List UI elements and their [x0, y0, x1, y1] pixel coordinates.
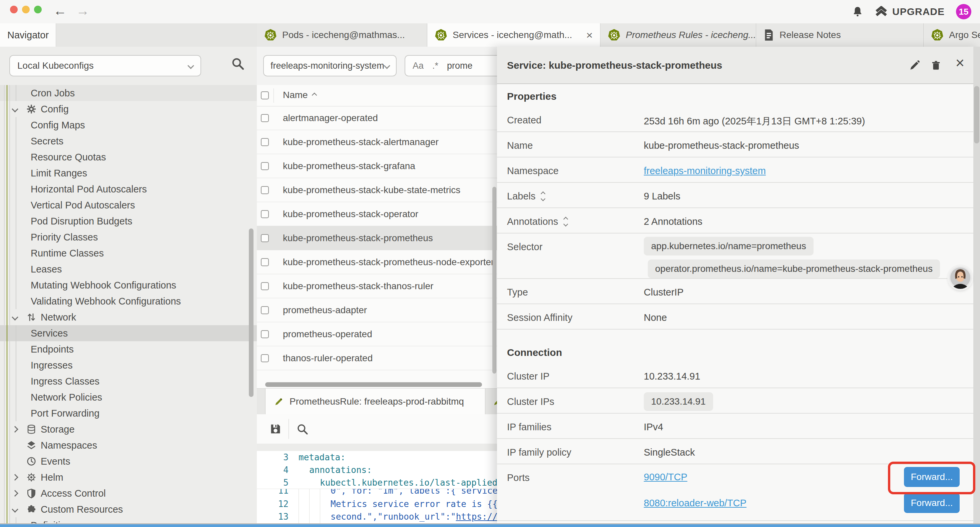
table-row-kube-prometheus-stack-operator[interactable]: kube-prometheus-stack-operator — [257, 202, 497, 226]
row-checkbox[interactable] — [261, 162, 269, 170]
k8s-icon — [434, 29, 447, 41]
save-icon[interactable] — [269, 422, 282, 436]
kubeconfig-select[interactable]: Local Kubeconfigs — [10, 55, 201, 76]
traffic-zoom-icon[interactable] — [34, 6, 42, 13]
sidebar-item-resource-quotas[interactable]: Resource Quotas — [0, 149, 257, 165]
filter-input[interactable]: Aa .* prome — [405, 55, 497, 76]
trash-icon[interactable] — [929, 59, 943, 72]
row-checkbox[interactable] — [261, 138, 269, 146]
tab-services-icecheng-math[interactable]: Services - icecheng@math...× — [427, 23, 600, 47]
table-row-kube-prometheus-stack-alertmanager[interactable]: kube-prometheus-stack-alertmanager — [257, 130, 497, 154]
editor-tab-prometheusrule[interactable]: PrometheusRule: freeleaps-prod-rabbitmq — [265, 388, 485, 415]
sidebar-item-endpoints[interactable]: Endpoints — [0, 341, 257, 357]
regex-toggle[interactable]: .* — [432, 61, 438, 71]
detail-scrollbar-thumb[interactable] — [974, 86, 979, 143]
sort-toggle-icon[interactable] — [564, 218, 567, 226]
row-checkbox[interactable] — [261, 186, 269, 194]
row-checkbox[interactable] — [261, 306, 269, 314]
traffic-close-icon[interactable] — [10, 6, 18, 13]
sidebar-item-vertical-pod-autoscalers[interactable]: Vertical Pod Autoscalers — [0, 197, 257, 213]
table-row-prometheus-adapter[interactable]: prometheus-adapter — [257, 298, 497, 322]
sidebar-item-network-policies[interactable]: Network Policies — [0, 389, 257, 405]
close-icon[interactable]: × — [953, 56, 967, 69]
sidebar-item-namespaces[interactable]: Namespaces — [0, 437, 257, 453]
sidebar-item-cron-jobs[interactable]: Cron Jobs — [0, 85, 257, 101]
sidebar-item-limit-ranges[interactable]: Limit Ranges — [0, 165, 257, 181]
sidebar-item-config[interactable]: Config — [0, 101, 257, 117]
forward-arrow-icon[interactable]: → — [76, 3, 89, 19]
name-column-header[interactable]: Name — [283, 90, 316, 100]
bell-icon[interactable] — [851, 6, 864, 18]
table-row-kube-prometheus-stack-thanos-ruler[interactable]: kube-prometheus-stack-thanos-ruler — [257, 274, 497, 298]
namespace-link[interactable]: freeleaps-monitoring-system — [644, 166, 766, 176]
row-checkbox[interactable] — [261, 330, 269, 338]
sidebar-item-config-maps[interactable]: Config Maps — [0, 117, 257, 133]
port-link[interactable]: 9090/TCP — [644, 471, 687, 482]
table-row-thanos-ruler-operated[interactable]: thanos-ruler-operated — [257, 346, 497, 370]
sidebar-item-ingress-classes[interactable]: Ingress Classes — [0, 373, 257, 389]
row-checkbox[interactable] — [261, 282, 269, 290]
sidebar-item-runtime-classes[interactable]: Runtime Classes — [0, 245, 257, 261]
notification-count-badge[interactable]: 15 — [956, 4, 971, 19]
match-case-toggle[interactable]: Aa — [413, 61, 424, 71]
edit-pencil-icon[interactable] — [908, 59, 921, 72]
namespace-select[interactable]: freeleaps-monitoring-system — [263, 55, 396, 76]
select-all-checkbox[interactable] — [261, 91, 269, 99]
sidebar-item-custom-resources[interactable]: Custom Resources — [0, 502, 257, 517]
port-link[interactable]: 8080:reloader-web/TCP — [644, 498, 746, 508]
sidebar-item-ingresses[interactable]: Ingresses — [0, 357, 257, 373]
close-tab-icon[interactable]: × — [586, 30, 593, 40]
sidebar-item-helm[interactable]: Helm — [0, 469, 257, 485]
tab-prometheus-rules-icecheng[interactable]: Prometheus Rules - icecheng... — [600, 23, 756, 47]
row-checkbox[interactable] — [261, 258, 269, 266]
sidebar-item-mutating-webhook-configurations[interactable]: Mutating Webhook Configurations — [0, 277, 257, 293]
sidebar-item-port-forwarding[interactable]: Port Forwarding — [0, 405, 257, 421]
table-hscrollbar-thumb[interactable] — [265, 382, 482, 387]
tab-navigator[interactable]: Navigator — [0, 23, 56, 47]
search-icon[interactable] — [231, 57, 245, 71]
sidebar-item-horizontal-pod-autoscalers[interactable]: Horizontal Pod Autoscalers — [0, 181, 257, 197]
indent-guide — [4, 453, 5, 469]
sort-toggle-icon[interactable] — [541, 192, 545, 201]
tab-pods-icecheng-mathmas[interactable]: Pods - icecheng@mathmas... — [257, 23, 427, 47]
table-scrollbar-thumb[interactable] — [492, 187, 496, 374]
indent-guide-accent — [7, 373, 7, 389]
traffic-minimize-icon[interactable] — [22, 6, 30, 13]
tab-release-notes[interactable]: Release Notes — [756, 23, 924, 47]
yaml-editor[interactable]: 3metadata:4annotations:5kubectl.kubernet… — [257, 451, 497, 527]
sidebar-item-services[interactable]: Services — [0, 325, 257, 341]
chevron-down-icon — [12, 506, 18, 513]
avatar[interactable] — [949, 266, 972, 289]
back-arrow-icon[interactable]: ← — [53, 3, 67, 19]
table-row-prometheus-operated[interactable]: prometheus-operated — [257, 322, 497, 346]
tab-argo-se[interactable]: Argo Se — [924, 23, 980, 47]
sidebar-item-access-control[interactable]: Access Control — [0, 485, 257, 502]
sidebar-item-validating-webhook-configurations[interactable]: Validating Webhook Configurations — [0, 293, 257, 309]
row-checkbox[interactable] — [261, 354, 269, 362]
sidebar-item-secrets[interactable]: Secrets — [0, 133, 257, 149]
sidebar-item-leases[interactable]: Leases — [0, 261, 257, 277]
sidebar-item-priority-classes[interactable]: Priority Classes — [0, 229, 257, 245]
forward-button[interactable]: Forward... — [904, 493, 960, 513]
indent-guide-accent — [7, 453, 7, 469]
sidebar-scrollbar-thumb[interactable] — [249, 228, 253, 397]
search-icon[interactable] — [296, 423, 309, 436]
table-row-kube-prometheus-stack-grafana[interactable]: kube-prometheus-stack-grafana — [257, 154, 497, 178]
list-controls: freeleaps-monitoring-system Aa .* prome — [257, 47, 497, 85]
table-row-alertmanager-operated[interactable]: alertmanager-operated — [257, 106, 497, 130]
yaml-link[interactable]: https://net — [456, 512, 497, 522]
table-row-kube-prometheus-stack-prometheus-node-exporter[interactable]: kube-prometheus-stack-prometheus-node-ex… — [257, 250, 497, 274]
table-row-kube-prometheus-stack-kube-state-metrics[interactable]: kube-prometheus-stack-kube-state-metrics — [257, 178, 497, 202]
sidebar-item-network[interactable]: Network — [0, 309, 257, 325]
upgrade-button[interactable]: UPGRADE — [875, 6, 945, 18]
indent-guide — [4, 133, 5, 149]
detail-scrollbar-track[interactable] — [973, 47, 980, 524]
row-checkbox[interactable] — [261, 210, 269, 218]
row-checkbox[interactable] — [261, 234, 269, 242]
editor-tab-partial[interactable] — [488, 388, 497, 415]
sidebar-item-storage[interactable]: Storage — [0, 421, 257, 437]
sidebar-item-events[interactable]: Events — [0, 453, 257, 469]
row-checkbox[interactable] — [261, 114, 269, 122]
sidebar-item-pod-disruption-budgets[interactable]: Pod Disruption Budgets — [0, 213, 257, 229]
table-row-kube-prometheus-stack-prometheus[interactable]: kube-prometheus-stack-prometheus — [257, 226, 497, 250]
